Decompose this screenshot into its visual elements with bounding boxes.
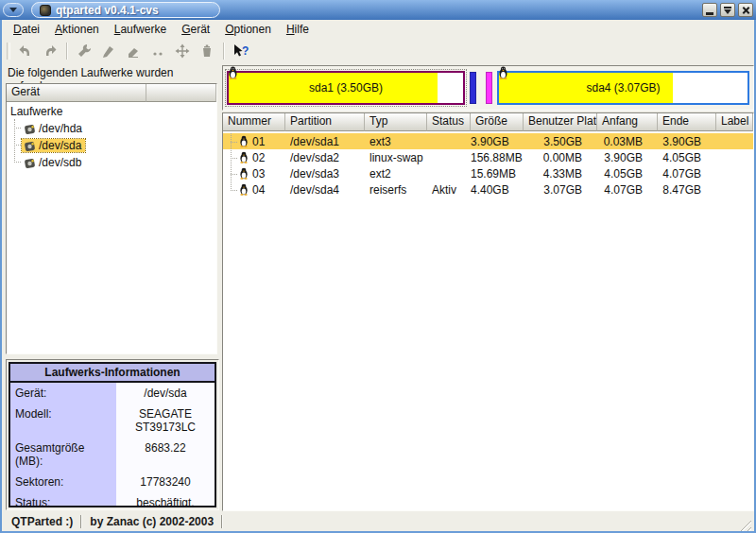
info-value-geraet: /dev/sda [116,383,215,404]
col-header-label[interactable]: Label [716,113,753,131]
menu-aktionen[interactable]: Aktionen [47,21,107,38]
resize-button[interactable] [146,40,170,62]
table-row-sda4[interactable]: 04 /dev/sda4 reiserfs Aktiv 4.40GB 3.07G… [223,181,753,198]
svg-text:?: ? [242,44,249,58]
partition-label-sda4: sda4 (3.07GB) [499,73,747,103]
move-icon [174,43,191,60]
tux-penguin-icon [239,151,249,163]
info-value-modell: SEAGATE ST39173LC [116,404,215,438]
erase-button[interactable] [121,40,146,62]
info-label-gesamtgroesse: Gesamtgröße (MB): [10,438,116,472]
col-header-nummer[interactable]: Nummer [223,113,285,131]
tree-item-dev-sdb[interactable]: /dev/sdb [22,156,85,169]
disk-icon [24,157,36,169]
info-label-modell: Modell: [10,404,116,438]
window-menu-button[interactable] [3,3,24,17]
close-icon [742,6,750,14]
tux-penguin-icon [239,167,249,180]
window-title: qtparted v0.4.1-cvs [56,4,159,17]
col-header-groesse[interactable]: Größe [471,113,524,131]
menu-laufwerke[interactable]: Laufwerke [107,21,174,38]
info-value-status: beschäftigt. [116,492,215,507]
col-header-ende[interactable]: Ende [658,113,716,131]
statusbar: QTParted :) by Zanac (c) 2002-2003 [2,511,754,531]
trash-icon [198,43,215,60]
partition-table-panel: Nummer Partition Typ Status Größe Benutz… [222,112,754,511]
tree-item-dev-hda[interactable]: /dev/hda [22,122,86,135]
maximize-icon [724,7,731,14]
info-value-sektoren: 17783240 [116,472,215,492]
delete-button[interactable] [195,40,219,62]
disk-icon [24,140,36,152]
eraser-icon [125,43,142,60]
col-header-benutzer-platz[interactable]: Benutzer Platz [524,113,597,131]
col-header-typ[interactable]: Typ [365,113,427,131]
property-button[interactable] [72,40,96,62]
table-row-sda3[interactable]: 03 /dev/sda3 ext2 15.69MB 4.33MB 4.05GB … [223,165,753,181]
whats-this-icon: ? [232,43,250,60]
format-button[interactable] [96,40,121,62]
chevron-down-icon [9,8,17,12]
minimize-icon [706,12,713,15]
tree-branch-line [14,119,15,163]
partition-box-sda4[interactable]: sda4 (3.07GB) [497,71,749,105]
table-header-row: Nummer Partition Typ Status Größe Benutz… [223,113,753,131]
col-header-status[interactable]: Status [427,113,471,131]
redo-icon [42,43,59,60]
minimize-button[interactable] [702,3,717,17]
titlebar: qtparted v0.4.1-cvs [0,0,756,20]
toolbar-grip[interactable] [7,43,10,60]
maximize-button[interactable] [720,3,735,17]
resize-grip[interactable] [737,517,751,531]
menu-geraet[interactable]: Gerät [174,21,217,38]
tree-branch-line [14,128,21,129]
device-tree-panel: Gerät Laufwerke /dev/hda /dev/sda [6,83,217,354]
partition-box-sda3[interactable] [486,72,492,104]
whats-this-button[interactable]: ? [229,40,253,62]
title-pill[interactable]: qtparted v0.4.1-cvs [31,2,220,18]
app-icon [40,5,51,16]
tux-penguin-icon [228,66,238,79]
qtparted-window: qtparted v0.4.1-cvs Datei Aktionen Laufw… [0,0,756,533]
partition-box-sda1[interactable]: sda1 (3.50GB) [227,71,465,105]
tree-column-header-geraet[interactable]: Gerät [7,84,146,102]
menubar: Datei Aktionen Laufwerke Gerät Optionen … [2,20,754,39]
menu-optionen[interactable]: Optionen [217,21,279,38]
tree-branch-line [14,162,21,163]
partition-bar-panel: sda1 (3.50GB) sda4 (3.07GB) [222,65,754,111]
drive-info-title: Laufwerks-Informationen [10,364,215,383]
redo-button[interactable] [38,40,62,62]
menu-hilfe[interactable]: Hilfe [279,21,317,38]
tree-column-header-empty[interactable] [146,84,216,102]
tree-item-dev-sda[interactable]: /dev/sda [22,139,85,152]
brush-icon [100,43,117,60]
toolbar-separator [223,43,225,60]
partition-box-sda2[interactable] [470,72,476,104]
tux-penguin-icon [239,183,249,196]
col-header-anfang[interactable]: Anfang [597,113,658,131]
drive-info-panel: Laufwerks-Informationen Gerät: /dev/sda … [6,359,219,510]
tux-penguin-icon [239,135,249,147]
tree-branch-line [14,145,21,146]
wrench-icon [76,43,93,60]
resize-dots-icon [149,43,166,60]
statusbar-separator [221,515,223,528]
tux-penguin-icon [498,66,508,79]
status-credit: by Zanac (c) 2002-2003 [82,515,221,528]
close-button[interactable] [738,3,753,17]
undo-button[interactable] [13,40,38,62]
info-value-gesamtgroesse: 8683.22 [116,438,215,472]
table-row-sda1[interactable]: 01 /dev/sda1 ext3 3.90GB 3.50GB 0.03MB 3… [223,133,753,149]
info-label-status: Status: [10,492,116,507]
move-button[interactable] [170,40,195,62]
info-label-sektoren: Sektoren: [10,472,116,492]
menu-datei[interactable]: Datei [6,21,47,38]
partition-label-sda1: sda1 (3.50GB) [229,73,463,103]
status-app-name: QTParted :) [4,515,80,528]
toolbar: ? [2,39,754,63]
undo-icon [17,43,34,60]
tree-root-laufwerke[interactable]: Laufwerke [9,105,62,118]
col-header-partition[interactable]: Partition [285,113,365,131]
disk-icon [24,123,36,135]
table-row-sda2[interactable]: 02 /dev/sda2 linux-swap 156.88MB 0.00MB … [223,149,753,165]
